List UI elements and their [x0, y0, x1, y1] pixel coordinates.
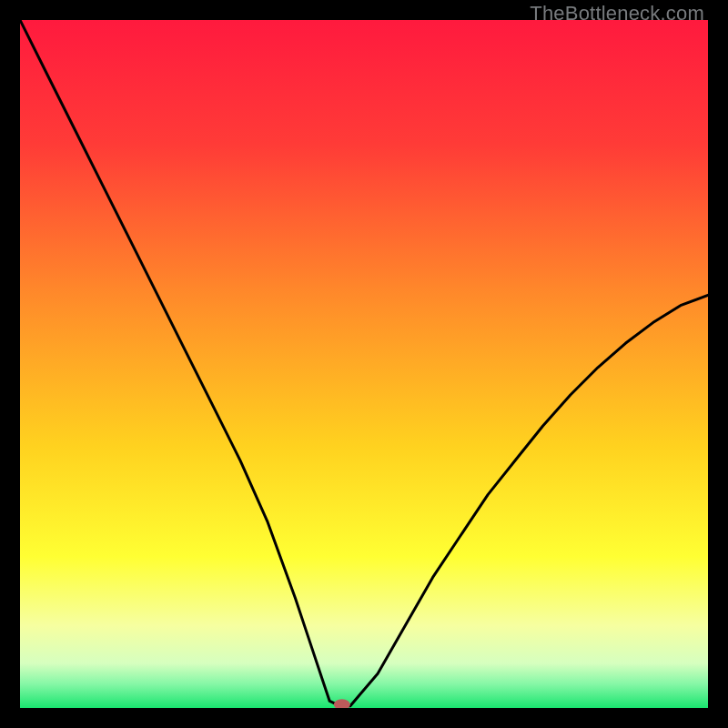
bottleneck-chart [20, 20, 708, 708]
chart-frame [20, 20, 708, 708]
gradient-background [20, 20, 708, 708]
